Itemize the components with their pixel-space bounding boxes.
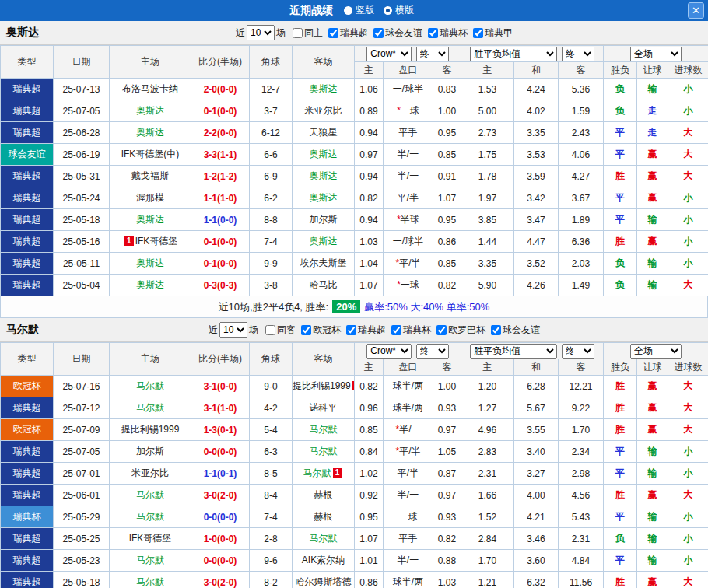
corners-cell: 6-6 (250, 144, 293, 166)
corners-cell: 6-3 (250, 441, 293, 463)
near-label: 近 (236, 26, 245, 40)
match-row: 瑞典超25-06-28奥斯达2-2(0-0)6-12天狼星0.94平手0.952… (1, 122, 708, 144)
home-team-cell: IFK哥德堡(中) (110, 144, 191, 166)
outcome-result-cell: 平 (604, 122, 637, 144)
avg-type-select[interactable]: 胜平负均值 (470, 47, 557, 61)
odds-time-select[interactable]: 终 (416, 344, 449, 359)
date-cell: 25-07-16 (54, 376, 110, 397)
league-filter[interactable]: 欧罗巴杯 (436, 324, 485, 337)
outcome-result-cell: 胜 (604, 231, 637, 253)
bookmaker-select[interactable]: Crow* (366, 47, 412, 61)
home-odds-cell: 0.82 (355, 376, 384, 397)
date-cell: 25-06-28 (54, 122, 110, 144)
score-cell: 0-0(0-0) (191, 441, 250, 463)
outcome-result-cell: 平 (604, 209, 637, 231)
result-group-header: 全场 (604, 343, 708, 359)
goals-result-cell: 小 (668, 550, 708, 572)
league-filter[interactable]: 瑞典杯 (428, 26, 468, 40)
col-avg-away: 客 (559, 359, 604, 376)
col-res-outcome: 胜负 (604, 359, 637, 376)
handicap-cell: *半/一 (384, 419, 433, 441)
league-filter[interactable]: 瑞典超 (346, 324, 386, 337)
home-team-cell: 渥那模 (110, 187, 191, 209)
league-filter-checkbox[interactable] (391, 325, 401, 335)
same-venue-filter[interactable]: 同主 (293, 26, 323, 40)
team-name: 奥斯达 (0, 26, 39, 40)
summary-stats: 赢率:50% 大:40% 单率:50% (364, 300, 489, 314)
league-type-cell: 瑞典超 (1, 463, 54, 485)
corners-cell: 9-6 (250, 550, 293, 572)
avg-time-select[interactable]: 终 (562, 344, 594, 359)
league-filter[interactable]: 瑞典超 (328, 26, 368, 40)
league-filter[interactable]: 球会友谊 (373, 26, 422, 40)
league-filter[interactable]: 欧冠杯 (301, 324, 341, 337)
league-filter-checkbox[interactable] (428, 28, 438, 38)
avg-home-cell: 2.84 (461, 528, 514, 550)
handicap-cell: 平手 (384, 122, 433, 144)
handicap-result-cell: 输 (637, 550, 668, 572)
handicap-result-cell: 赢 (637, 166, 668, 187)
league-filter-checkbox[interactable] (473, 28, 483, 38)
fulltime-select[interactable]: 全场 (630, 344, 682, 359)
close-button[interactable]: ✕ (688, 2, 704, 19)
avg-draw-cell: 5.67 (514, 397, 559, 419)
score-cell: 1-3(0-1) (191, 419, 250, 441)
home-team-cell: 奥斯达 (110, 100, 191, 122)
outcome-result-cell: 平 (604, 463, 637, 485)
league-type-cell: 欧冠杯 (1, 419, 54, 441)
avg-away-cell: 1.49 (559, 275, 604, 296)
team-label: IFK哥德堡 (135, 236, 178, 247)
avg-draw-cell: 3.60 (514, 550, 559, 572)
team-section: 马尔默 近10场同客欧冠杯瑞典超瑞典杯欧罗巴杯球会友谊 类型 日期 主场 比分(… (0, 318, 708, 588)
date-cell: 25-05-04 (54, 275, 110, 296)
same-venue-filter-checkbox[interactable] (293, 28, 303, 38)
match-row: 瑞典超25-05-23马尔默0-0(0-0)9-6AIK索尔纳1.01半/一0.… (1, 550, 708, 572)
result-group-header: 全场 (604, 46, 708, 62)
league-filter-checkbox[interactable] (301, 325, 311, 335)
bookmaker-select[interactable]: Crow* (366, 344, 412, 359)
league-filter-checkbox[interactable] (346, 325, 356, 335)
league-filter[interactable]: 瑞典杯 (391, 324, 431, 337)
avg-home-cell: 1.53 (461, 79, 514, 100)
avg-type-select[interactable]: 胜平负均值 (470, 344, 557, 359)
avg-away-cell: 9.22 (559, 397, 604, 419)
radio-vertical-icon[interactable] (344, 6, 352, 15)
fulltime-select[interactable]: 全场 (630, 47, 682, 61)
layout-vertical-label: 竖版 (356, 4, 374, 17)
filter-bar: 近10场同主瑞典超球会友谊瑞典杯瑞典甲 (234, 25, 513, 40)
league-filter-checkbox[interactable] (436, 325, 447, 335)
avg-away-cell: 6.36 (559, 231, 604, 253)
match-count-select[interactable]: 10 (247, 25, 275, 40)
odds-time-select[interactable]: 终 (416, 47, 449, 61)
avg-away-cell: 2.31 (559, 528, 604, 550)
home-team-cell: 米亚尔比 (110, 463, 191, 485)
home-odds-cell: 0.95 (355, 506, 384, 528)
avg-draw-cell: 3.40 (514, 441, 559, 463)
home-team-cell: 马尔默 (110, 485, 191, 506)
team-label: 奥斯达 (136, 105, 164, 116)
matches-table: 类型 日期 主场 比分(半场) 角球 客场 Crow* 终 胜平负均值 终 (0, 45, 708, 296)
league-filter-checkbox[interactable] (373, 28, 384, 38)
league-filter[interactable]: 球会友谊 (491, 324, 540, 337)
corners-cell: 7-4 (250, 231, 293, 253)
same-venue-filter[interactable]: 同客 (265, 324, 296, 337)
league-filter-checkbox[interactable] (328, 28, 338, 38)
league-filter-checkbox[interactable] (491, 325, 501, 335)
goals-result-cell: 大 (668, 419, 708, 441)
avg-time-select[interactable]: 终 (562, 47, 594, 61)
score-cell: 1-0(0-0) (191, 528, 250, 550)
handicap-result-cell: 赢 (637, 231, 668, 253)
match-count-select[interactable]: 10 (219, 322, 247, 338)
score-cell: 0-0(0-0) (191, 506, 250, 528)
avg-away-cell: 4.27 (559, 166, 604, 187)
home-odds-cell: 0.94 (355, 209, 384, 231)
avg-home-cell: 1.78 (461, 166, 514, 187)
team-label: 马尔默 (136, 555, 164, 565)
layout-vertical-option[interactable]: 竖版 (344, 4, 374, 17)
same-venue-filter-checkbox[interactable] (265, 325, 275, 335)
corners-cell: 2-8 (250, 528, 293, 550)
league-filter[interactable]: 瑞典甲 (473, 26, 513, 40)
radio-horizontal-icon[interactable] (384, 6, 392, 15)
layout-horizontal-option[interactable]: 横版 (384, 4, 414, 17)
home-team-cell: 1IFK哥德堡 (110, 231, 191, 253)
